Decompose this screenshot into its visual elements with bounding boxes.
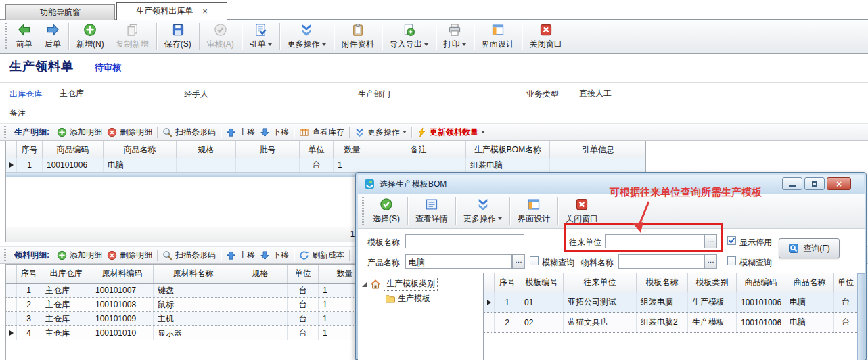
column-header[interactable]: 往来单位 bbox=[564, 273, 637, 292]
column-header[interactable]: 原材料编码 bbox=[91, 265, 154, 283]
save-button[interactable]: 保存(S) bbox=[158, 20, 198, 53]
move-up-button[interactable]: 上移 bbox=[226, 250, 255, 261]
column-header[interactable]: 规格 bbox=[177, 141, 236, 158]
column-header[interactable]: 商品编码 bbox=[43, 141, 104, 158]
table-row[interactable]: 1 100101006 电脑 台 1 组装电脑 bbox=[6, 158, 645, 173]
cell-warehouse: 主仓库 bbox=[41, 312, 91, 325]
move-up-button[interactable]: 上移 bbox=[226, 127, 255, 138]
new-button[interactable]: 新增(N) bbox=[70, 20, 110, 53]
table-row[interactable]: 4 主仓库 100101010 显示器 台 1 bbox=[6, 326, 370, 340]
more-actions-button[interactable]: 更多操作 bbox=[355, 127, 407, 138]
column-header[interactable]: 规格 bbox=[233, 265, 288, 283]
delete-row-button[interactable]: 删除明细 bbox=[107, 250, 152, 261]
table-row[interactable]: 2 主仓库 100101008 鼠标 台 1 bbox=[6, 298, 370, 312]
material-lookup-button[interactable]: … bbox=[704, 254, 717, 269]
column-header[interactable]: 批号 bbox=[236, 141, 300, 158]
copy-new-button[interactable]: 复制新增 bbox=[110, 20, 155, 53]
column-header[interactable]: 模板类别 bbox=[688, 273, 737, 292]
table-row[interactable]: 2 02 蓝猫文具店 组装电脑2 生产模板 100101006 电脑 台 bbox=[484, 313, 857, 333]
mat-section-label: 领料明细: bbox=[14, 250, 49, 261]
button-label: 更新领料数量 bbox=[430, 127, 478, 138]
double-chevron-icon bbox=[300, 23, 313, 37]
table-row[interactable]: 3 主仓库 100101009 主机 台 1 bbox=[6, 312, 370, 326]
column-header[interactable]: 商品名称 bbox=[785, 273, 834, 292]
column-header[interactable]: 商品编码 bbox=[737, 273, 785, 292]
biztype-field[interactable]: 直接人工 bbox=[576, 86, 689, 99]
select-button[interactable]: 选择(S) bbox=[367, 194, 406, 228]
column-header[interactable]: 序号 bbox=[17, 265, 41, 283]
dept-field[interactable] bbox=[405, 86, 514, 99]
audit-check-icon bbox=[214, 23, 227, 37]
row-marker-icon bbox=[484, 292, 495, 312]
minimize-button[interactable] bbox=[782, 177, 802, 190]
button-label: 扫描条形码 bbox=[175, 250, 216, 261]
template-name-input[interactable] bbox=[405, 234, 524, 248]
column-header[interactable]: 商品名称 bbox=[104, 141, 177, 158]
column-header[interactable]: 备注 bbox=[371, 141, 466, 158]
column-header[interactable]: 引单信息 bbox=[550, 141, 646, 158]
material-name-input[interactable] bbox=[618, 254, 704, 269]
move-down-button[interactable]: 下移 bbox=[260, 127, 289, 138]
table-row[interactable]: 1 01 亚拓公司测试 组装电脑 生产模板 100101006 电脑 台 bbox=[484, 292, 857, 313]
view-stock-button[interactable]: 查看库存 bbox=[299, 127, 344, 138]
scan-barcode-button[interactable]: 扫描条形码 bbox=[162, 127, 216, 138]
down-arrow-icon bbox=[260, 250, 270, 261]
column-header[interactable]: 出库仓库 bbox=[41, 265, 91, 283]
update-qty-button[interactable]: 更新领料数量 bbox=[417, 127, 485, 138]
scan-barcode-button[interactable]: 扫描条形码 bbox=[162, 250, 216, 261]
import-export-button[interactable]: 导入导出 bbox=[384, 20, 434, 53]
window-design-icon bbox=[491, 23, 505, 37]
add-icon bbox=[57, 250, 67, 261]
ui-design-button[interactable]: 界面设计 bbox=[511, 194, 556, 228]
column-header[interactable]: 单位 bbox=[834, 273, 857, 292]
add-row-button[interactable]: 添加明细 bbox=[57, 250, 102, 261]
more-actions-button[interactable]: 更多操作 bbox=[457, 194, 508, 228]
add-row-button[interactable]: 添加明细 bbox=[57, 127, 102, 138]
more-actions-button[interactable]: 更多操作 bbox=[281, 20, 332, 53]
ui-design-button[interactable]: 界面设计 bbox=[476, 20, 520, 53]
tab-production-requisition[interactable]: 生产领料出库单 × bbox=[116, 2, 227, 20]
table-row[interactable]: 1 主仓库 100101007 键盘 台 1 bbox=[6, 284, 370, 298]
handler-field[interactable] bbox=[237, 86, 348, 99]
fuzzy-query-checkbox-1[interactable] bbox=[530, 256, 539, 265]
tab-function-nav[interactable]: 功能导航窗 bbox=[5, 4, 115, 20]
remark-field[interactable] bbox=[57, 105, 170, 118]
tree-child-item[interactable]: 生产模板 bbox=[385, 293, 430, 305]
refresh-cost-button[interactable]: 刷新成本 bbox=[299, 250, 344, 261]
column-header[interactable]: 序号 bbox=[17, 141, 43, 158]
column-header[interactable]: 单位 bbox=[288, 265, 319, 283]
modal-close-button[interactable]: × bbox=[827, 177, 851, 190]
tree-root-item[interactable]: 生产模板类别 bbox=[362, 277, 438, 291]
audit-button[interactable]: 审核(A) bbox=[201, 20, 240, 53]
move-down-button[interactable]: 下移 bbox=[260, 250, 289, 261]
column-header[interactable]: 模板编号 bbox=[520, 273, 564, 292]
column-header[interactable]: 单位 bbox=[300, 141, 334, 158]
cell-partner: 蓝猫文具店 bbox=[564, 313, 637, 332]
row-marker-icon bbox=[6, 326, 17, 340]
next-doc-button[interactable]: 后单 bbox=[39, 20, 67, 53]
tab-close-icon[interactable]: × bbox=[202, 7, 208, 16]
column-header[interactable]: 生产模板BOM名称 bbox=[466, 141, 550, 158]
show-disabled-checkbox[interactable] bbox=[727, 236, 736, 245]
column-header[interactable]: 序号 bbox=[495, 273, 520, 292]
prev-doc-button[interactable]: 前单 bbox=[10, 20, 39, 53]
column-header[interactable]: 数量 bbox=[334, 141, 371, 158]
cell-code: 100101010 bbox=[91, 326, 154, 340]
cell-bom: 组装电脑 bbox=[466, 158, 550, 172]
query-button[interactable]: 查询(F) bbox=[779, 238, 840, 258]
close-window-button[interactable]: 关闭窗口 bbox=[524, 20, 568, 53]
product-name-input[interactable]: 电脑 bbox=[405, 254, 512, 269]
fuzzy-query-checkbox-2[interactable] bbox=[727, 256, 736, 265]
column-header[interactable]: 模板名称 bbox=[637, 273, 688, 292]
delete-row-button[interactable]: 删除明细 bbox=[107, 127, 152, 138]
ref-doc-button[interactable]: 引单 bbox=[244, 20, 278, 53]
view-detail-button[interactable]: 查看详情 bbox=[409, 194, 454, 228]
maximize-button[interactable] bbox=[804, 177, 825, 190]
print-button[interactable]: 打印 bbox=[438, 20, 472, 53]
product-lookup-button[interactable]: … bbox=[512, 254, 525, 269]
chevron-down-icon bbox=[481, 131, 485, 133]
column-header[interactable]: 原材料名称 bbox=[154, 265, 233, 283]
warehouse-field[interactable]: 主仓库 bbox=[57, 86, 170, 99]
attachments-button[interactable]: 附件资料 bbox=[336, 20, 380, 53]
vertical-scrollbar[interactable] bbox=[857, 273, 865, 360]
